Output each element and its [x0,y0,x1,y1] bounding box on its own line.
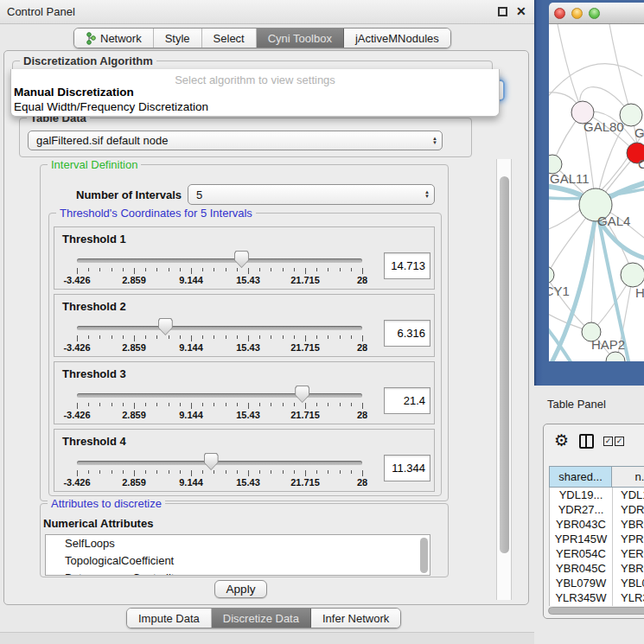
network-node[interactable] [549,266,554,284]
cell-name[interactable]: YER0 [613,546,644,561]
table-row[interactable]: YIL052CYIL0 [550,605,644,606]
slider-track[interactable] [77,326,362,330]
cell-shared-name[interactable]: YPR145W [550,532,613,546]
network-node[interactable] [620,104,642,126]
checkbox-icon[interactable]: ✓ [603,437,613,446]
axis-tick-label: 21.715 [290,477,320,488]
tab-cyni-toolbox[interactable]: Cyni Toolbox [257,29,344,48]
float-panel-icon[interactable] [498,7,507,16]
cell-name[interactable]: YDR2 [613,502,644,517]
slider-thumb[interactable] [158,318,173,335]
tab-discretize-data[interactable]: Discretize Data [212,609,311,628]
algorithm-dropdown-popup: Select algorithm to view settings Manual… [10,69,500,117]
threshold-panel: Threshold 2-3.4262.8599.14415.4321.71528… [54,294,435,357]
tab-impute-data[interactable]: Impute Data [127,609,212,628]
network-window-titlebar[interactable] [549,3,644,24]
network-edge [558,24,583,112]
gear-icon[interactable]: ⚙ [554,430,569,450]
tab-infer-network[interactable]: Infer Network [311,609,400,628]
cell-shared-name[interactable]: YBR045C [550,561,613,576]
cell-shared-name[interactable]: YBR043C [550,517,613,532]
cell-name[interactable]: YDL1 [613,488,644,502]
table-row[interactable]: YDR27...YDR2 [550,502,644,517]
table-row[interactable]: YBL079WYBL0 [550,576,644,590]
axis-tick-label: 15.43 [236,477,260,488]
threshold-label: Threshold 1 [62,233,126,245]
cell-name[interactable]: YBR0 [613,561,644,576]
checkbox-icon[interactable]: ✓ [615,437,624,446]
table-data-combo[interactable]: galFiltered.sif default node ▲▼ [28,131,443,150]
threshold-label: Threshold 2 [62,300,126,313]
threshold-label: Threshold 4 [62,435,126,448]
axis-tick-label: 21.715 [290,275,320,285]
attribute-item[interactable]: TopologicalCoefficient [46,552,430,570]
cell-shared-name[interactable]: YDL19... [550,488,613,502]
threshold-panel: Threshold 4-3.4262.8599.14415.4321.71528… [54,429,435,492]
tab-label: Impute Data [138,612,200,625]
close-traffic-light[interactable] [554,8,565,19]
cell-shared-name[interactable]: YER054C [550,546,613,561]
cell-shared-name[interactable]: YIL052C [550,605,613,606]
cell-shared-name[interactable]: YBL079W [550,576,613,590]
table-row[interactable]: YBR043CYBR0 [550,517,644,532]
list-scrollbar[interactable] [420,538,428,573]
network-view-canvas[interactable]: GAL80GCGAL11GAL4GCY1HHAP2 [549,24,644,361]
minimize-traffic-light[interactable] [571,8,583,19]
split-columns-icon[interactable] [579,434,594,449]
algorithm-option[interactable]: Equal Width/Frequency Discretization [11,99,499,114]
scrollbar-thumb[interactable] [500,176,509,553]
node-label: G [634,125,644,140]
axis-tick-label: -3.426 [63,275,90,285]
slider-track[interactable] [77,461,362,465]
cell-name[interactable]: YPR1 [613,532,644,546]
table-row[interactable]: YER054CYER0 [550,546,644,561]
tab-network[interactable]: Network [74,29,154,48]
cell-shared-name[interactable]: YLR345W [550,590,613,605]
panel-footer [0,632,534,644]
tab-style[interactable]: Style [154,29,202,48]
column-header-shared-name[interactable]: shared... [549,466,612,488]
zoom-traffic-light[interactable] [589,8,600,19]
tab-label: Select [214,32,245,45]
number-of-intervals-combo[interactable]: 5 ▲▼ [188,184,435,205]
numerical-attributes-list[interactable]: SelfLoopsTopologicalCoefficientBetweenne… [45,534,430,576]
tab-label: Cyni Toolbox [268,32,332,45]
node-label: GAL4 [597,214,630,228]
tab-label: Discretize Data [223,612,299,625]
cell-name[interactable]: YBR0 [613,517,644,532]
apply-button[interactable]: Apply [214,580,267,598]
axis-tick-label: 15.43 [236,410,260,420]
slider-thumb[interactable] [204,453,219,470]
table-row[interactable]: YDL19...YDL1 [550,488,644,502]
attribute-item[interactable]: SelfLoops [46,535,430,552]
settings-scrollbar[interactable] [496,159,512,600]
network-node[interactable] [621,263,644,287]
slider-thumb[interactable] [234,251,249,268]
algorithm-option[interactable]: Manual Discretization [11,85,499,99]
tab-jactivemnodules[interactable]: jActiveMNodules [344,29,450,48]
threshold-value-field[interactable]: 14.713 [384,252,430,279]
axis-tick-label: 2.859 [122,477,146,488]
attribute-item[interactable]: BetweennessCentrality [46,570,430,576]
node-label: GCY1 [549,284,570,298]
threshold-value-field[interactable]: 21.4 [384,387,430,414]
cell-name[interactable]: YIL0 [613,605,644,606]
table-horizontal-scrollbar[interactable] [548,607,644,615]
axis-tick-label: 28 [357,342,367,353]
column-header-name[interactable]: n... [612,466,644,488]
slider-thumb[interactable] [295,386,309,403]
close-icon[interactable]: ✕ [516,4,526,18]
table-row[interactable]: YBR045CYBR0 [550,561,644,576]
table-row[interactable]: YPR145WYPR1 [550,532,644,546]
slider-track[interactable] [77,258,362,263]
table-row[interactable]: YLR345WYLR3 [550,590,644,605]
threshold-value-field[interactable]: 6.316 [384,320,430,347]
cell-shared-name[interactable]: YDR27... [550,502,613,517]
threshold-value-field[interactable]: 11.344 [384,455,430,481]
slider-track[interactable] [77,393,362,398]
algorithm-hint: Select algorithm to view settings [11,69,499,85]
tab-label: Infer Network [322,612,389,625]
cell-name[interactable]: YBL0 [613,576,644,590]
cell-name[interactable]: YLR3 [613,590,644,605]
tab-select[interactable]: Select [202,29,257,48]
